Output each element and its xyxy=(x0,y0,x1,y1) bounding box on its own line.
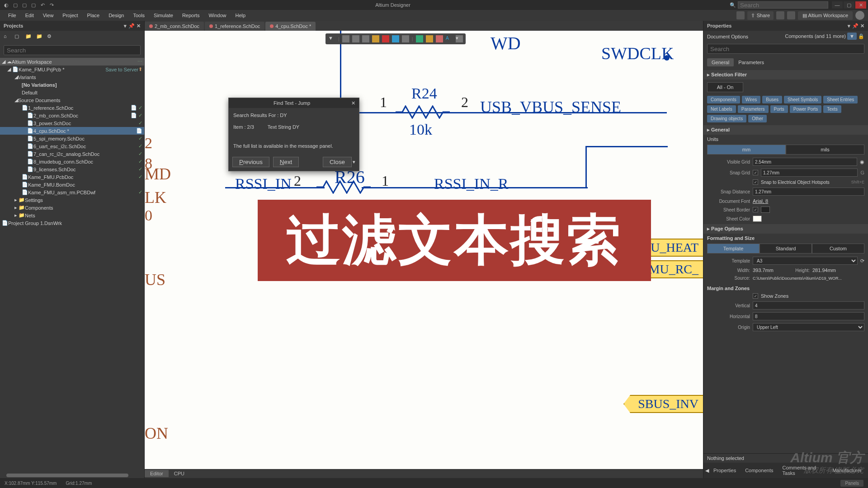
tree-doc-4[interactable]: 📄 5_spi_memory.SchDoc✓ xyxy=(0,135,144,142)
t11-icon[interactable]: A xyxy=(446,35,453,42)
projects-search-input[interactable] xyxy=(4,45,141,55)
left-scroll-indicator[interactable] xyxy=(6,474,128,477)
filter-funnel-icon[interactable]: ▼ xyxy=(847,33,857,40)
tab-parameters[interactable]: Parameters xyxy=(738,60,764,65)
tag-drawing[interactable]: Drawing objects xyxy=(707,115,746,122)
app-menu-icon[interactable]: ◐ xyxy=(3,1,10,9)
tree-doc-5[interactable]: 📄 6_uart_esc_i2c.SchDoc✓ xyxy=(0,142,144,150)
template-select[interactable]: A3 xyxy=(753,257,858,265)
find-close-icon[interactable]: ✕ xyxy=(351,100,355,106)
share-button[interactable]: ⇪Share xyxy=(747,11,774,20)
bottom-tab-manufacturer[interactable]: Manufacturer xyxy=(828,467,866,474)
t5-icon[interactable] xyxy=(382,35,389,42)
section-selection-filter[interactable]: Selection Filter xyxy=(711,72,747,77)
origin-select[interactable]: Upper Left xyxy=(753,323,864,331)
tag-power-ports[interactable]: Power Ports xyxy=(790,105,821,113)
tree-doc-1[interactable]: 📄 2_mb_conn.SchDoc📄 ✓ xyxy=(0,112,144,119)
tag-sheet-symbols[interactable]: Sheet Symbols xyxy=(784,96,821,103)
fmt-template[interactable]: Template xyxy=(707,244,760,253)
visible-grid-input[interactable] xyxy=(753,158,857,166)
menu-tools[interactable]: Tools xyxy=(128,11,149,20)
t10-icon[interactable] xyxy=(436,35,443,42)
filter-icon[interactable]: ▼ xyxy=(328,35,335,42)
t4-icon[interactable] xyxy=(372,35,379,42)
menu-reports[interactable]: Reports xyxy=(178,11,204,20)
tree-doc-6[interactable]: 📄 7_can_rc_i2c_analog.SchDoc✓ xyxy=(0,150,144,158)
prop-close-icon[interactable]: ✕ xyxy=(860,23,864,29)
open-icon[interactable]: ▢ xyxy=(21,1,28,9)
tag-net-labels[interactable]: Net Labels xyxy=(707,105,736,113)
tag-parameters[interactable]: Parameters xyxy=(738,105,769,113)
panel-dropdown-icon[interactable]: ▾ xyxy=(124,23,127,29)
tree-source-docs[interactable]: ◢ Source Documents xyxy=(0,96,144,104)
doc-font-value[interactable]: Arial, 8 xyxy=(753,198,864,204)
find-next-button[interactable]: Next xyxy=(273,157,299,167)
scroll-left-icon[interactable]: ◀ xyxy=(705,468,709,474)
tag-components[interactable]: Components xyxy=(707,96,740,103)
tree-doc-7[interactable]: 📄 8_imudebug_conn.SchDoc✓ xyxy=(0,158,144,165)
t8-icon[interactable] xyxy=(416,35,423,42)
tag-other[interactable]: Other xyxy=(748,115,767,122)
tree-doc-8[interactable]: 📄 9_licenses.SchDoc✓ xyxy=(0,165,144,173)
panel-pin-icon[interactable]: 📌 xyxy=(128,23,135,29)
menu-view[interactable]: View xyxy=(38,11,58,20)
tree-nets[interactable]: ▸ 📁 Nets xyxy=(0,211,144,219)
panels-button[interactable]: Panels xyxy=(840,480,863,487)
tag-texts[interactable]: Texts xyxy=(823,105,841,113)
menu-help[interactable]: Help xyxy=(231,11,250,20)
notify-icon[interactable] xyxy=(736,11,745,19)
bottom-tab-comments[interactable]: Comments and Tasks xyxy=(778,464,828,477)
lock-icon[interactable]: 🔒 xyxy=(858,33,864,39)
tree-project[interactable]: ◢ 📄 Kame_FMU.PrjPcb *Save to Server ⬆ xyxy=(0,66,144,73)
tag-wires[interactable]: Wires xyxy=(742,96,761,103)
tree-doc-0[interactable]: 📄 1_reference.SchDoc📄 ✓ xyxy=(0,104,144,112)
tree-pcb[interactable]: 📄 Kame_FMU.PcbDoc✓ xyxy=(0,173,144,181)
snap-grid-check[interactable]: ✓ xyxy=(753,170,758,175)
t9-icon[interactable] xyxy=(426,35,433,42)
snap-distance-input[interactable] xyxy=(753,188,864,196)
t7-icon[interactable] xyxy=(402,35,409,42)
prop-pin-icon[interactable]: 📌 xyxy=(852,23,859,29)
menu-window[interactable]: Window xyxy=(204,11,231,20)
workspace-button[interactable]: ▤ Altium Workspace xyxy=(798,11,853,20)
section-page-options[interactable]: Page Options xyxy=(711,226,743,231)
schematic-canvas[interactable]: ▼ | | A ▾ WD SWDCLK xyxy=(145,31,703,469)
tree-bom[interactable]: 📄 Kame_FMU.BomDoc xyxy=(0,181,144,188)
tree-doc-3[interactable]: 📄 4_cpu.SchDoc *📄 xyxy=(0,127,144,135)
sheet-border-color[interactable] xyxy=(761,206,770,213)
tab-2[interactable]: 4_cpu.SchDoc * xyxy=(265,22,316,31)
gear-icon[interactable]: ⚙ xyxy=(47,33,54,41)
folder2-icon[interactable]: 📁 xyxy=(36,33,43,41)
tab-0[interactable]: 2_mb_conn.SchDoc xyxy=(145,22,204,31)
menu-project[interactable]: Project xyxy=(58,11,82,20)
global-search-input[interactable] xyxy=(738,1,828,9)
menu-place[interactable]: Place xyxy=(83,11,104,20)
template-refresh-icon[interactable]: ⟳ xyxy=(860,258,864,264)
tag-ports[interactable]: Ports xyxy=(770,105,788,113)
bottom-tab-components[interactable]: Components xyxy=(741,467,778,474)
menu-simulate[interactable]: Simulate xyxy=(149,11,178,20)
new-doc-icon[interactable]: ▢ xyxy=(14,33,22,41)
t1-icon[interactable] xyxy=(342,35,349,42)
tag-buses[interactable]: Buses xyxy=(762,96,782,103)
vertical-input[interactable] xyxy=(753,301,864,310)
menu-file[interactable]: File xyxy=(4,11,21,20)
t6-icon[interactable] xyxy=(392,35,399,42)
find-close-button[interactable]: Close xyxy=(323,157,352,167)
user-avatar[interactable] xyxy=(855,11,864,20)
bottom-tab-cpu[interactable]: CPU xyxy=(169,470,190,477)
panel-close-icon[interactable]: ✕ xyxy=(137,23,141,29)
find-previous-button[interactable]: Previous xyxy=(232,157,269,167)
tree-components[interactable]: ▸ 📁 Components xyxy=(0,204,144,211)
tree-variants[interactable]: ◢ Variants xyxy=(0,73,144,81)
show-zones-check[interactable]: ✓ xyxy=(753,293,758,299)
t3-icon[interactable] xyxy=(362,35,369,42)
sheet-border-check[interactable]: ✓ xyxy=(753,207,758,212)
home-icon[interactable]: ⌂ xyxy=(4,33,11,41)
tab-general[interactable]: General xyxy=(707,58,734,66)
new-icon[interactable]: ▢ xyxy=(12,1,19,9)
visible-toggle-icon[interactable]: ◉ xyxy=(860,159,864,165)
properties-search-input[interactable] xyxy=(707,44,864,54)
bottom-tab-editor[interactable]: Editor xyxy=(145,470,169,477)
units-mm[interactable]: mm xyxy=(707,145,786,155)
